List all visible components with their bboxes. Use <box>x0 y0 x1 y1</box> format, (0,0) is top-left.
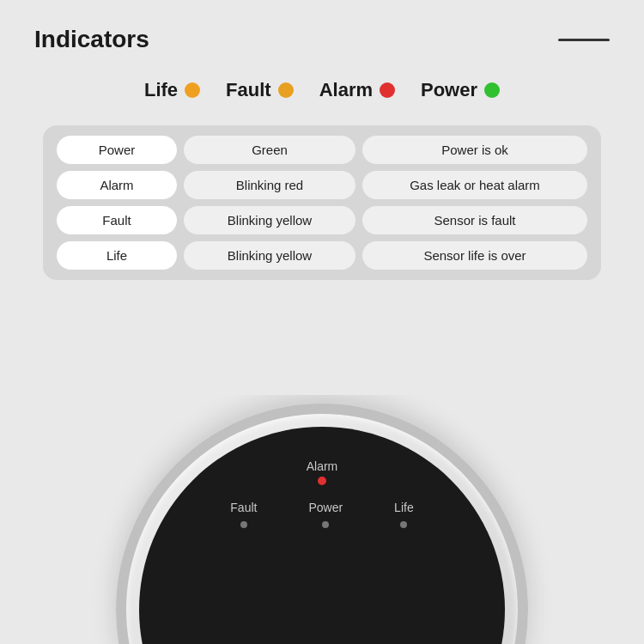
legend-power: Power <box>421 79 500 101</box>
legend-life-label: Life <box>144 79 178 101</box>
device-section: Alarm Fault Power Life <box>0 395 644 644</box>
legend-row: Life Fault Alarm Power <box>34 79 610 101</box>
legend-power-dot <box>484 82 500 98</box>
legend-fault-label: Fault <box>226 79 271 101</box>
device-life-dot <box>400 521 407 528</box>
device-life-label: Life <box>394 501 414 514</box>
legend-alarm-label: Alarm <box>319 79 373 101</box>
row-label-power: Power <box>57 136 177 164</box>
device-fault-label: Fault <box>230 501 257 514</box>
legend-fault: Fault <box>226 79 294 101</box>
device-fault-dot <box>240 521 247 528</box>
legend-life-dot <box>185 82 200 98</box>
header-row: Indicators <box>34 26 610 53</box>
device-bottom-row: Fault Power Life <box>230 501 413 528</box>
device-power-label: Power <box>308 501 343 514</box>
row-desc-power: Power is ok <box>362 136 587 164</box>
device-power-dot <box>322 521 329 528</box>
device-alarm-label: Alarm <box>307 459 338 473</box>
page-container: Indicators Life Fault Alarm Power <box>0 0 644 644</box>
row-indicator-alarm: Blinking red <box>184 171 355 199</box>
table-row: Power Green Power is ok <box>57 136 587 164</box>
table-row: Fault Blinking yellow Sensor is fault <box>57 206 587 234</box>
legend-alarm-dot <box>380 82 395 98</box>
table-row: Life Blinking yellow Sensor life is over <box>57 241 587 270</box>
legend-life: Life <box>144 79 200 101</box>
device-fault-indicator: Fault <box>230 501 257 528</box>
device-circle: Alarm Fault Power Life <box>116 404 528 644</box>
legend-power-label: Power <box>421 79 477 101</box>
row-label-life: Life <box>57 241 177 270</box>
row-indicator-power: Green <box>184 136 355 164</box>
header-line <box>558 39 610 41</box>
device-life-indicator: Life <box>394 501 414 528</box>
indicator-table: Power Green Power is ok Alarm Blinking r… <box>43 125 601 280</box>
legend-alarm: Alarm <box>319 79 395 101</box>
device-alarm-section: Alarm <box>307 459 338 485</box>
row-label-alarm: Alarm <box>57 171 177 199</box>
row-desc-fault: Sensor is fault <box>362 206 587 234</box>
device-power-indicator: Power <box>308 501 343 528</box>
top-section: Indicators Life Fault Alarm Power <box>0 0 644 297</box>
row-indicator-fault: Blinking yellow <box>184 206 355 234</box>
row-indicator-life: Blinking yellow <box>184 241 355 270</box>
table-row: Alarm Blinking red Gas leak or heat alar… <box>57 171 587 199</box>
row-desc-life: Sensor life is over <box>362 241 587 270</box>
device-inner: Alarm Fault Power Life <box>139 427 505 644</box>
device-alarm-dot <box>318 477 326 485</box>
legend-fault-dot <box>278 82 294 98</box>
page-title: Indicators <box>34 26 149 53</box>
row-desc-alarm: Gas leak or heat alarm <box>362 171 587 199</box>
row-label-fault: Fault <box>57 206 177 234</box>
